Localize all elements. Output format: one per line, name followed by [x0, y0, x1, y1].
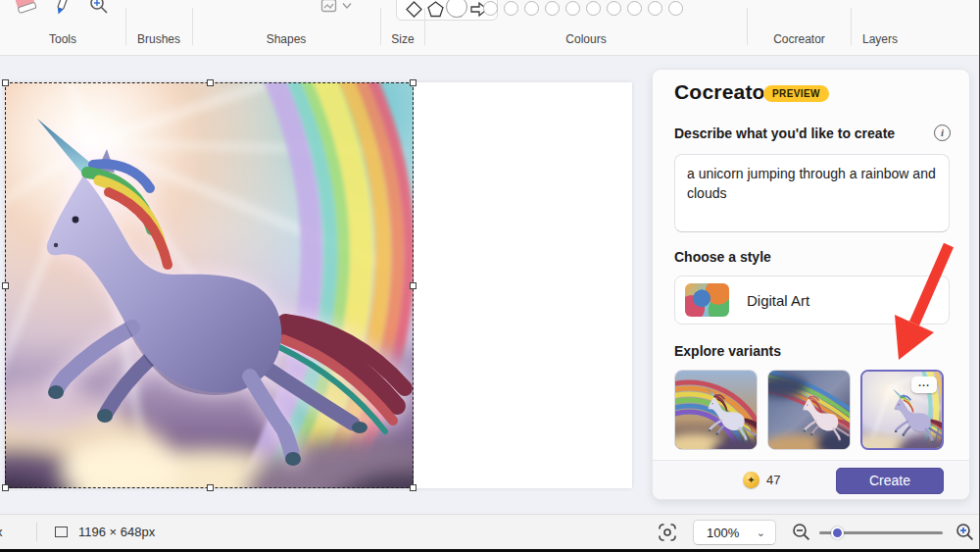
selection-handle[interactable] — [2, 79, 9, 86]
create-button[interactable]: Create — [836, 468, 944, 494]
colour-swatch[interactable] — [607, 1, 621, 16]
variant-thumbnail-2[interactable] — [767, 370, 851, 450]
toolbar-label-tools: Tools — [0, 32, 125, 46]
zoom-level-value: 100% — [707, 526, 739, 540]
ribbon-toolbar: Tools Brushes Shapes Size Colours — [0, 0, 979, 56]
colour-swatch[interactable] — [545, 1, 560, 16]
selection-handle[interactable] — [2, 282, 9, 289]
style-selector[interactable]: Digital Art — [674, 276, 950, 325]
toolbar-group-size[interactable]: Size — [381, 0, 424, 55]
chevron-down-icon: ⌄ — [757, 527, 765, 539]
panel-title: Cocreator — [674, 80, 773, 104]
colour-swatch[interactable] — [483, 1, 498, 16]
colour-swatch[interactable] — [668, 1, 683, 16]
colour-swatch[interactable] — [524, 1, 539, 16]
canvas-dimensions: 1196 × 648px — [78, 525, 155, 539]
colour-swatch[interactable] — [648, 1, 662, 16]
fit-to-screen-icon[interactable] — [659, 524, 676, 541]
selection-handle[interactable] — [410, 484, 416, 491]
toolbar-group-tools: Tools — [0, 0, 125, 55]
cocreator-panel: Cocreator PREVIEW Describe what you'd li… — [652, 69, 970, 500]
pencil-icon[interactable] — [51, 0, 73, 17]
variant-thumbnail-1[interactable] — [674, 370, 758, 450]
style-thumbnail — [685, 283, 729, 317]
selection-handle[interactable] — [207, 79, 214, 86]
variant-more-icon[interactable]: ... — [911, 376, 937, 393]
eraser-icon[interactable] — [14, 0, 39, 18]
selection-handle[interactable] — [410, 79, 416, 86]
toolbar-label-size: Size — [381, 32, 424, 46]
describe-label: Describe what you'd like to create — [674, 125, 895, 141]
toolbar-label-layers: Layers — [852, 32, 908, 46]
toolbar-group-shapes: Shapes — [193, 0, 379, 55]
zoom-out-icon[interactable] — [792, 523, 810, 541]
colour-primary-swatch[interactable] — [446, 0, 467, 18]
credits-coin-icon: ✦ — [743, 472, 760, 488]
selection-handle[interactable] — [207, 484, 214, 491]
fill-outline-icon[interactable] — [320, 0, 338, 16]
style-label: Choose a style — [674, 249, 771, 265]
toolbar-label-shapes: Shapes — [193, 32, 379, 46]
toolbar-group-layers[interactable]: Layers — [852, 0, 908, 55]
zoom-slider-thumb[interactable] — [831, 527, 844, 539]
colour-swatch[interactable] — [627, 1, 642, 16]
selection-handle[interactable] — [2, 484, 9, 491]
status-bar: x 1196 × 648px 100% ⌄ — [0, 514, 979, 549]
toolbar-label-brushes: Brushes — [126, 32, 191, 46]
preview-badge: PREVIEW — [763, 85, 829, 102]
statusbar-separator — [36, 523, 37, 541]
info-icon[interactable]: i — [934, 125, 951, 141]
colour-swatch[interactable] — [565, 1, 580, 16]
zoom-slider[interactable] — [819, 531, 943, 534]
variant-thumbnail-3-selected[interactable]: ... — [860, 370, 944, 450]
variant-list: ... — [674, 370, 950, 452]
zoom-level-dropdown[interactable]: 100% ⌄ — [693, 520, 776, 545]
chevron-down-icon[interactable] — [342, 2, 352, 10]
toolbar-group-colours: Colours — [425, 0, 747, 55]
toolbar-group-brushes[interactable]: Brushes — [126, 0, 191, 55]
zoom-tool-icon[interactable] — [88, 0, 110, 17]
selection-handle[interactable] — [410, 282, 416, 289]
canvas-size-icon — [55, 527, 68, 537]
paint-app-window: { "toolbar": { "groups": [ { "label": "T… — [0, 0, 980, 552]
toolbar-label-cocreator: Cocreator — [748, 32, 851, 46]
colour-swatch[interactable] — [586, 1, 601, 16]
zoom-in-icon[interactable] — [956, 523, 974, 541]
panel-footer: ✦ 47 Create — [653, 460, 969, 499]
colour-swatch[interactable] — [504, 1, 518, 16]
toolbar-group-cocreator[interactable]: Cocreator — [748, 0, 851, 55]
style-value: Digital Art — [747, 292, 809, 309]
clipped-coordinates-text: x — [0, 525, 3, 539]
variants-label: Explore variants — [674, 343, 781, 359]
ai-generated-unicorn-image — [5, 82, 414, 488]
prompt-input[interactable] — [674, 154, 950, 232]
toolbar-label-colours: Colours — [425, 32, 747, 46]
credits-count: 47 — [766, 473, 780, 487]
drawing-canvas[interactable] — [5, 82, 632, 488]
